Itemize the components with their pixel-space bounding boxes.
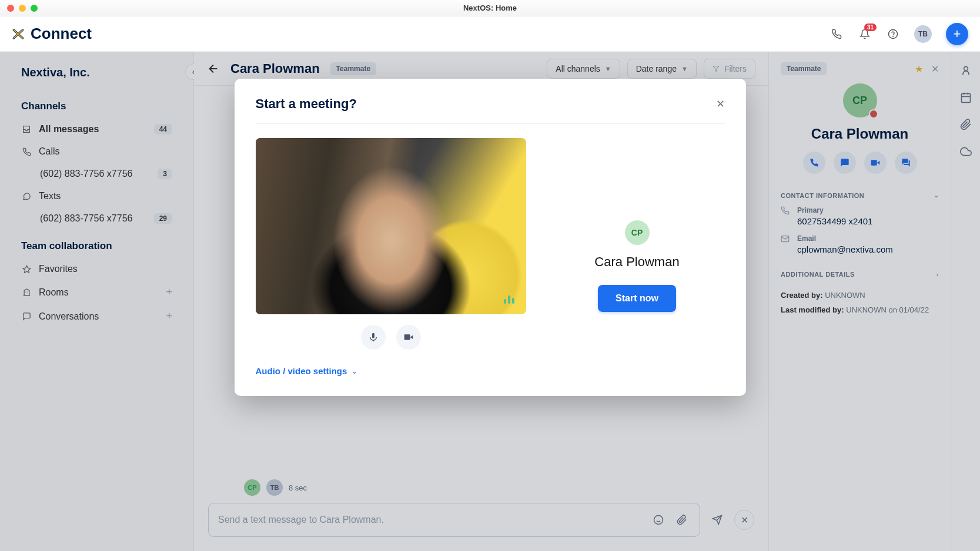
start-meeting-modal: Start a meeting? ✕ Audio / video setting… [235, 79, 746, 396]
window-controls [7, 5, 38, 12]
titlebar: NextOS: Home [0, 0, 980, 16]
modal-backdrop[interactable]: Start a meeting? ✕ Audio / video setting… [0, 52, 980, 551]
minimize-window-icon[interactable] [19, 5, 26, 12]
av-settings-link[interactable]: Audio / video settings ⌄ [256, 366, 526, 376]
modal-close-button[interactable]: ✕ [716, 98, 725, 110]
close-window-icon[interactable] [7, 5, 14, 12]
brand-name: Connect [31, 25, 92, 43]
user-avatar[interactable]: TB [914, 25, 932, 43]
bell-icon[interactable]: 31 [858, 27, 872, 41]
bell-badge: 31 [864, 23, 877, 31]
brand-logo-icon [11, 28, 25, 41]
camera-toggle-button[interactable] [396, 325, 421, 350]
video-preview [256, 138, 526, 314]
maximize-window-icon[interactable] [31, 5, 38, 12]
participant-name: Cara Plowman [594, 254, 679, 270]
chevron-down-icon: ⌄ [352, 367, 357, 375]
svg-point-1 [893, 36, 894, 36]
phone-icon[interactable] [830, 27, 844, 41]
participant-avatar: CP [625, 220, 650, 245]
new-button[interactable]: + [946, 23, 968, 45]
brand: Connect [12, 25, 92, 43]
start-now-button[interactable]: Start now [598, 285, 676, 312]
av-settings-label: Audio / video settings [256, 366, 347, 376]
help-icon[interactable] [886, 27, 900, 41]
audio-level-icon [504, 294, 516, 304]
topbar: Connect 31 TB + [0, 16, 980, 52]
mic-toggle-button[interactable] [361, 325, 386, 350]
app-body: ‹ Nextiva, Inc. Channels All messages 44… [0, 52, 980, 551]
modal-title: Start a meeting? [256, 96, 357, 112]
window-title: NextOS: Home [463, 4, 517, 12]
